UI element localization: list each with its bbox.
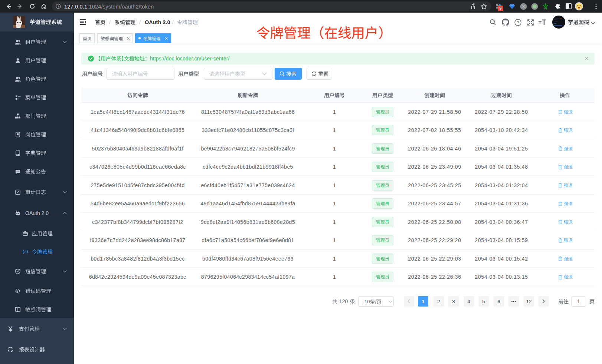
svg-text:⌘: ⌘	[521, 4, 526, 9]
svg-text:?: ?	[517, 20, 519, 25]
svg-text:A: A	[24, 250, 26, 254]
